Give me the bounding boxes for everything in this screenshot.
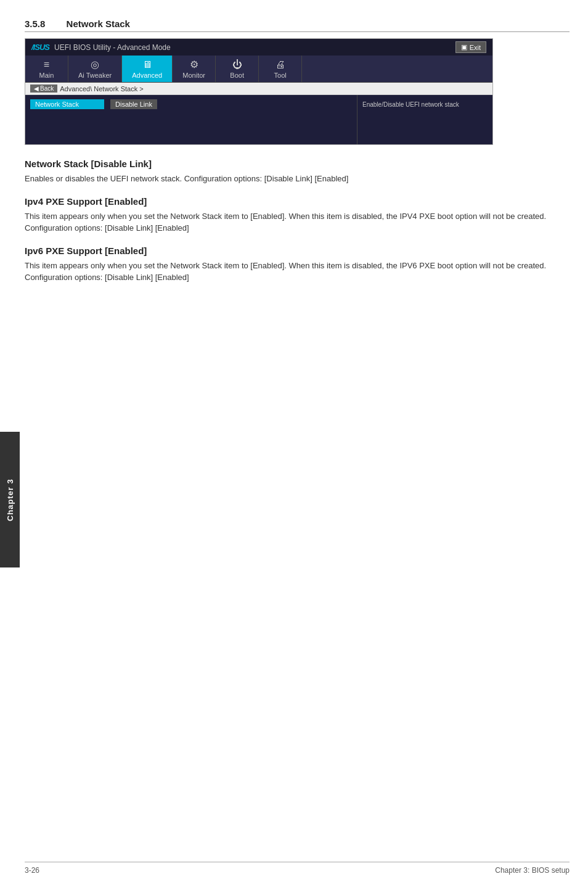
boot-icon: ⏻ [232, 59, 242, 70]
bios-help-text: Enable/Disable UEFI network stack [362, 101, 459, 108]
nav-main-label: Main [39, 72, 54, 79]
nav-main[interactable]: ≡ Main [25, 56, 68, 82]
asus-logo: /ISUS [31, 43, 49, 52]
exit-label: Exit [470, 44, 481, 51]
bios-left-panel: Network Stack Disable Link [25, 95, 357, 144]
back-arrow: ◀ [34, 85, 39, 92]
tool-icon: 🖨 [276, 59, 285, 70]
nav-boot-label: Boot [230, 72, 244, 79]
nav-ai-tweaker[interactable]: ◎ Ai Tweaker [68, 56, 122, 82]
network-stack-value[interactable]: Disable Link [110, 99, 157, 109]
doc-section-body-0: Enables or disables the UEFI network sta… [25, 173, 570, 185]
monitor-icon: ⚙ [190, 59, 198, 70]
nav-monitor[interactable]: ⚙ Monitor [173, 56, 216, 82]
back-label: Back [40, 85, 54, 92]
bios-title-text: UEFI BIOS Utility - Advanced Mode [54, 43, 171, 52]
nav-ai-tweaker-label: Ai Tweaker [78, 72, 112, 79]
back-button[interactable]: ◀ Back [30, 85, 57, 93]
ai-tweaker-icon: ◎ [91, 59, 99, 70]
doc-section-title-2: Ipv6 PXE Support [Enabled] [25, 245, 570, 256]
bios-topbar-left: /ISUS UEFI BIOS Utility - Advanced Mode [31, 43, 171, 52]
page-footer: 3-26 Chapter 3: BIOS setup [25, 862, 570, 875]
chapter-label: Chapter 3: BIOS setup [495, 866, 570, 875]
doc-section-body-1: This item appears only when you set the … [25, 210, 570, 234]
doc-section-body-2: This item appears only when you set the … [25, 260, 570, 284]
nav-advanced-label: Advanced [132, 72, 162, 79]
bios-topbar: /ISUS UEFI BIOS Utility - Advanced Mode … [25, 39, 492, 56]
exit-icon: ▣ [461, 43, 467, 51]
nav-advanced[interactable]: 🖥 Advanced [122, 56, 173, 82]
section-title: Network Stack [67, 19, 130, 29]
doc-section-network-stack: Network Stack [Disable Link] Enables or … [25, 159, 570, 185]
nav-tool[interactable]: 🖨 Tool [259, 56, 302, 82]
doc-section-title-1: Ipv4 PXE Support [Enabled] [25, 196, 570, 207]
doc-section-title-0: Network Stack [Disable Link] [25, 159, 570, 169]
network-stack-row[interactable]: Network Stack Disable Link [25, 97, 357, 111]
bios-content: Network Stack Disable Link Enable/Disabl… [25, 95, 492, 144]
advanced-icon: 🖥 [142, 59, 152, 70]
exit-button[interactable]: ▣ Exit [455, 41, 486, 53]
nav-boot[interactable]: ⏻ Boot [216, 56, 259, 82]
section-heading: 3.5.8 Network Stack [25, 19, 570, 32]
breadcrumb: ◀ Back Advanced\ Network Stack > [25, 83, 492, 95]
chapter-tab: Chapter 3 [0, 432, 20, 567]
bios-right-panel: Enable/Disable UEFI network stack [357, 95, 492, 144]
breadcrumb-path: Advanced\ Network Stack > [60, 85, 143, 93]
main-content: 3.5.8 Network Stack /ISUS UEFI BIOS Util… [25, 0, 570, 284]
page-number: 3-26 [25, 866, 39, 875]
bios-nav: ≡ Main ◎ Ai Tweaker 🖥 Advanced ⚙ Monitor… [25, 56, 492, 83]
bios-ui: /ISUS UEFI BIOS Utility - Advanced Mode … [25, 38, 493, 145]
section-number: 3.5.8 [25, 19, 45, 29]
doc-section-ipv6: Ipv6 PXE Support [Enabled] This item app… [25, 245, 570, 284]
nav-monitor-label: Monitor [182, 72, 205, 79]
nav-tool-label: Tool [274, 72, 287, 79]
doc-section-ipv4: Ipv4 PXE Support [Enabled] This item app… [25, 196, 570, 234]
chapter-tab-label: Chapter 3 [6, 479, 15, 521]
network-stack-label: Network Stack [30, 99, 104, 109]
main-icon: ≡ [44, 59, 49, 70]
